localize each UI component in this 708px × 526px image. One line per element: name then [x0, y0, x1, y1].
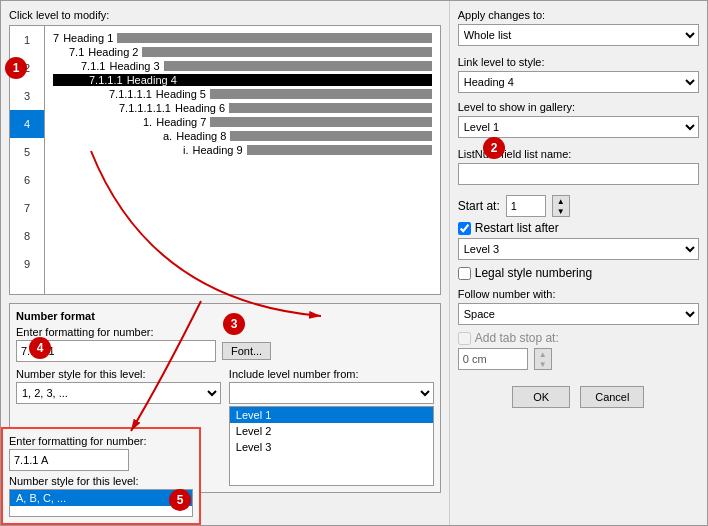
- preview-bar-6: [229, 103, 432, 113]
- right-panel: Apply changes to: Apply changes to: Whol…: [450, 1, 707, 525]
- preview-bar-9: [247, 145, 432, 155]
- include-item-1[interactable]: Level 1: [230, 407, 433, 423]
- restart-select[interactable]: Level 3: [458, 238, 699, 260]
- preview-item-5[interactable]: 7.1.1.1.1 Heading 5: [53, 88, 432, 100]
- restart-checkbox[interactable]: [458, 222, 471, 235]
- tab-label: Add tab stop at:: [475, 331, 559, 345]
- gallery-label: Level to show in gallery:: [458, 101, 699, 113]
- preview-bar-4: [181, 75, 432, 85]
- preview-number-2: 7.1: [69, 46, 84, 58]
- badge-1: 1: [5, 57, 27, 79]
- overlay-box: Enter formatting for number: Number styl…: [1, 427, 201, 525]
- level-item-9[interactable]: 9: [10, 250, 44, 278]
- font-button[interactable]: Font...: [222, 342, 271, 360]
- preview-item-8[interactable]: a. Heading 8: [53, 130, 432, 142]
- gallery-select[interactable]: Level 1: [458, 116, 699, 138]
- overlay-enter-label: Enter formatting for number:: [9, 435, 193, 447]
- legal-checkbox[interactable]: [458, 267, 471, 280]
- ok-button[interactable]: OK: [512, 386, 570, 408]
- preview-bar-5: [210, 89, 432, 99]
- preview-text-8: Heading 8: [176, 130, 226, 142]
- preview-item-3[interactable]: 7.1.1 Heading 3: [53, 60, 432, 72]
- preview-number-4: 7.1.1.1: [89, 74, 123, 86]
- level-item-7[interactable]: 7: [10, 194, 44, 222]
- tab-checkbox[interactable]: [458, 332, 471, 345]
- preview-text-2: Heading 2: [88, 46, 138, 58]
- cancel-button[interactable]: Cancel: [580, 386, 644, 408]
- style-label: Number style for this level:: [16, 368, 221, 380]
- follow-label: Follow number with:: [458, 288, 699, 300]
- preview-number-5: 7.1.1.1.1: [109, 88, 152, 100]
- level-item-5[interactable]: 5: [10, 138, 44, 166]
- preview-item-1[interactable]: 7 Heading 1: [53, 32, 432, 44]
- preview-bar-3: [164, 61, 432, 71]
- preview-item-9[interactable]: i. Heading 9: [53, 144, 432, 156]
- preview-bar-8: [230, 131, 431, 141]
- left-panel: Click level to modify: 123456789 7 Headi…: [1, 1, 450, 525]
- preview-item-2[interactable]: 7.1 Heading 2: [53, 46, 432, 58]
- restart-label: Restart list after: [475, 221, 559, 235]
- legal-label: Legal style numbering: [475, 266, 592, 280]
- follow-select[interactable]: SpaceTab characterNothing: [458, 303, 699, 325]
- start-down[interactable]: ▼: [553, 206, 569, 216]
- level-item-8[interactable]: 8: [10, 222, 44, 250]
- dialog: Click level to modify: 123456789 7 Headi…: [0, 0, 708, 526]
- preview-text-3: Heading 3: [109, 60, 159, 72]
- include-item-3[interactable]: Level 3: [230, 439, 433, 455]
- include-label: Include level number from:: [229, 368, 434, 380]
- preview-text-5: Heading 5: [156, 88, 206, 100]
- preview-area: 7 Heading 17.1 Heading 27.1.1 Heading 37…: [45, 25, 441, 295]
- badge-5: 5: [169, 489, 191, 511]
- preview-item-4[interactable]: 7.1.1.1 Heading 4: [53, 74, 432, 86]
- level-item-3[interactable]: 3: [10, 82, 44, 110]
- preview-bar-2: [142, 47, 431, 57]
- level-item-1[interactable]: 1: [10, 26, 44, 54]
- start-up[interactable]: ▲: [553, 196, 569, 206]
- tab-input[interactable]: [458, 348, 528, 370]
- listnum-input[interactable]: [458, 163, 699, 185]
- preview-number-9: i.: [183, 144, 189, 156]
- link-select[interactable]: Heading 4: [458, 71, 699, 93]
- preview-number-1: 7: [53, 32, 59, 44]
- badge-3: 3: [223, 313, 245, 335]
- preview-text-9: Heading 9: [193, 144, 243, 156]
- level-item-4[interactable]: 4: [10, 110, 44, 138]
- badge-2: 2: [483, 137, 505, 159]
- overlay-selected-item[interactable]: A, B, C, ...: [10, 490, 192, 506]
- preview-number-3: 7.1.1: [81, 60, 105, 72]
- include-item-2[interactable]: Level 2: [230, 423, 433, 439]
- include-dropdown[interactable]: [229, 382, 434, 404]
- overlay-format-input[interactable]: [9, 449, 129, 471]
- include-list: Level 1Level 2Level 3: [229, 406, 434, 486]
- style-select[interactable]: 1, 2, 3, ...: [16, 382, 221, 404]
- level-item-6[interactable]: 6: [10, 166, 44, 194]
- apply-label: Apply changes to:: [458, 9, 699, 21]
- badge-4: 4: [29, 337, 51, 359]
- preview-bar-1: [117, 33, 431, 43]
- preview-item-6[interactable]: 7.1.1.1.1.1 Heading 6: [53, 102, 432, 114]
- tab-down[interactable]: ▼: [535, 359, 551, 369]
- link-label: Link level to style:: [458, 56, 699, 68]
- preview-number-8: a.: [163, 130, 172, 142]
- start-label: Start at:: [458, 199, 500, 213]
- preview-number-6: 7.1.1.1.1.1: [119, 102, 171, 114]
- overlay-include-list: A, B, C, ...: [9, 489, 193, 517]
- click-level-label: Click level to modify:: [9, 9, 441, 21]
- preview-text-7: Heading 7: [156, 116, 206, 128]
- preview-text-6: Heading 6: [175, 102, 225, 114]
- preview-number-7: 1.: [143, 116, 152, 128]
- overlay-style-label: Number style for this level:: [9, 475, 193, 487]
- preview-text-1: Heading 1: [63, 32, 113, 44]
- preview-bar-7: [210, 117, 431, 127]
- apply-select[interactable]: Whole list: [458, 24, 699, 46]
- preview-text-4: Heading 4: [127, 74, 177, 86]
- preview-item-7[interactable]: 1. Heading 7: [53, 116, 432, 128]
- start-input[interactable]: [506, 195, 546, 217]
- tab-up[interactable]: ▲: [535, 349, 551, 359]
